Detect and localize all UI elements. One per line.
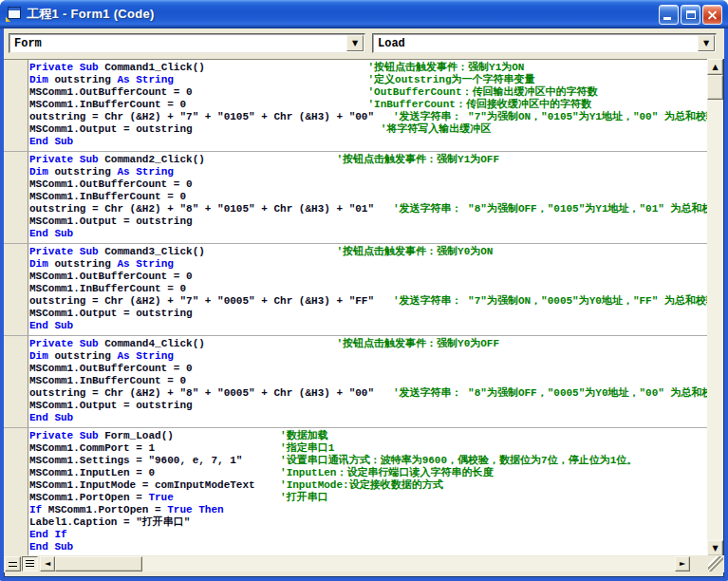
code-line[interactable]: End Sub xyxy=(29,136,708,148)
code-line[interactable]: Label1.Caption = "打开串口" xyxy=(29,516,708,529)
scroll-down-button[interactable]: ▼ xyxy=(707,540,723,556)
procedure-separator xyxy=(4,151,708,152)
code-line[interactable]: MSComm1.Output = outstring xyxy=(29,308,708,320)
procedure-separator xyxy=(4,243,708,244)
maximize-icon xyxy=(686,10,696,19)
vertical-scroll-thumb[interactable] xyxy=(707,75,723,100)
code-line[interactable]: MSComm1.CommPort = 1 '指定串口1 xyxy=(29,442,708,455)
code-line[interactable]: MSComm1.InBufferCount = 0 xyxy=(29,375,708,387)
arrow-down-icon: ▼ xyxy=(708,541,722,555)
scroll-up-button[interactable]: ▲ xyxy=(707,59,723,75)
margin-indicator-bar xyxy=(4,60,28,556)
code-line[interactable]: MSComm1.InputMode = comInputModeText 'In… xyxy=(29,479,708,492)
code-line[interactable]: MSComm1.Output = outstring xyxy=(29,216,708,228)
code-line[interactable]: MSComm1.InBufferCount = 0 xyxy=(29,283,708,295)
resize-grip[interactable] xyxy=(708,556,723,572)
code-line[interactable]: End Sub xyxy=(29,412,708,424)
maximize-button[interactable] xyxy=(681,5,700,25)
procedure-dropdown-button[interactable]: ▼ xyxy=(698,35,715,51)
procedure-separator xyxy=(4,427,708,428)
object-dropdown[interactable]: Form ▼ xyxy=(9,33,365,53)
full-module-view-button[interactable] xyxy=(22,556,38,572)
arrow-left-icon: ◄ xyxy=(41,557,54,571)
code-line[interactable]: Dim outstring As String '定义outstring为一个字… xyxy=(29,74,708,86)
procedure-view-icon xyxy=(9,562,17,567)
code-line[interactable]: End Sub xyxy=(29,320,708,332)
code-line[interactable]: If MSComm1.PortOpen = True Then xyxy=(29,504,708,516)
scroll-right-button[interactable]: ► xyxy=(675,556,690,572)
procedure-dropdown[interactable]: Load ▼ xyxy=(372,33,717,53)
object-dropdown-value: Form xyxy=(9,37,346,50)
code-line[interactable]: Dim outstring As String xyxy=(29,350,708,363)
dropdown-row: Form ▼ Load ▼ xyxy=(4,28,724,59)
titlebar[interactable]: 工程1 - Form1 (Code) xyxy=(0,0,728,28)
code-line[interactable]: outstring = Chr (&H2) + "7" + "0105" + C… xyxy=(29,111,708,123)
code-line[interactable]: Private Sub Command3_Click() '按钮点击触发事件：强… xyxy=(29,246,708,258)
code-line[interactable]: outstring = Chr (&H2) + "8" + "0005" + C… xyxy=(29,387,708,400)
vertical-scrollbar[interactable]: ▲ ▼ xyxy=(707,59,723,556)
vb-code-window: 工程1 - Form1 (Code) Form ▼ Load ▼ Private… xyxy=(0,0,728,581)
code-line[interactable]: outstring = Chr (&H2) + "8" + "0105" + C… xyxy=(29,203,708,216)
minimize-icon xyxy=(663,17,671,20)
object-dropdown-button[interactable]: ▼ xyxy=(346,35,364,51)
code-line[interactable]: End If xyxy=(29,529,708,541)
bottom-bar: ◄ ► xyxy=(4,555,724,572)
full-module-view-icon xyxy=(26,560,34,569)
code-line[interactable]: MSComm1.OutBufferCount = 0 xyxy=(29,271,708,283)
horizontal-scroll-thumb[interactable] xyxy=(55,556,142,572)
code-line[interactable]: MSComm1.InBufferCount = 0 xyxy=(29,191,708,203)
code-line[interactable]: MSComm1.Settings = "9600, e, 7, 1" '设置串口… xyxy=(29,455,708,467)
code-line[interactable]: End Sub xyxy=(29,541,708,553)
code-line[interactable]: Private Sub Command2_Click() '按钮点击触发事件：强… xyxy=(29,154,708,166)
code-line[interactable]: MSComm1.Output = outstring xyxy=(29,400,708,412)
code-line[interactable]: MSComm1.InputLen = 0 'InputLen：设定串行端口读入字… xyxy=(29,467,708,479)
form-icon-body xyxy=(8,7,21,19)
procedure-view-button[interactable] xyxy=(5,556,21,572)
close-button[interactable] xyxy=(702,5,722,25)
chevron-down-icon: ▼ xyxy=(699,36,714,50)
code-lines: Private Sub Command1_Click() '按钮点击触发事件：强… xyxy=(29,62,708,556)
horizontal-scrollbar[interactable]: ◄ ► xyxy=(40,556,690,572)
arrow-right-icon: ► xyxy=(676,557,689,571)
code-line[interactable]: Dim outstring As String xyxy=(29,258,708,271)
minimize-button[interactable] xyxy=(659,5,679,25)
code-line[interactable]: MSComm1.PortOpen = True '打开串口 xyxy=(29,492,708,504)
form-code-icon[interactable] xyxy=(6,7,22,22)
code-line[interactable]: Private Sub Command1_Click() '按钮点击触发事件：强… xyxy=(29,62,708,74)
caption-buttons xyxy=(659,5,722,25)
chevron-down-icon: ▼ xyxy=(347,36,363,50)
code-line[interactable]: MSComm1.OutBufferCount = 0 xyxy=(29,363,708,375)
procedure-dropdown-value: Load xyxy=(373,37,698,50)
code-line[interactable]: MSComm1.Output = outstring '将字符写入输出缓冲区 xyxy=(29,123,708,136)
scroll-left-button[interactable]: ◄ xyxy=(40,556,55,572)
code-line[interactable]: Dim outstring As String xyxy=(29,166,708,178)
procedure-separator xyxy=(4,335,708,336)
code-line[interactable]: outstring = Chr (&H2) + "7" + "0005" + C… xyxy=(29,295,708,308)
window-title: 工程1 - Form1 (Code) xyxy=(27,6,155,23)
code-line[interactable]: MSComm1.InBufferCount = 0 'InBufferCount… xyxy=(29,99,708,111)
code-line[interactable]: End Sub xyxy=(29,228,708,240)
code-line[interactable]: MSComm1.OutBufferCount = 0 xyxy=(29,178,708,191)
code-editor[interactable]: Private Sub Command1_Click() '按钮点击触发事件：强… xyxy=(4,59,708,556)
code-line[interactable]: Private Sub Command4_Click() '按钮点击触发事件：强… xyxy=(29,338,708,350)
code-line[interactable]: Private Sub Form_Load() '数据加载 xyxy=(29,430,708,442)
arrow-up-icon: ▲ xyxy=(708,60,722,74)
code-line[interactable]: MSComm1.OutBufferCount = 0 'OutBufferCou… xyxy=(29,86,708,99)
